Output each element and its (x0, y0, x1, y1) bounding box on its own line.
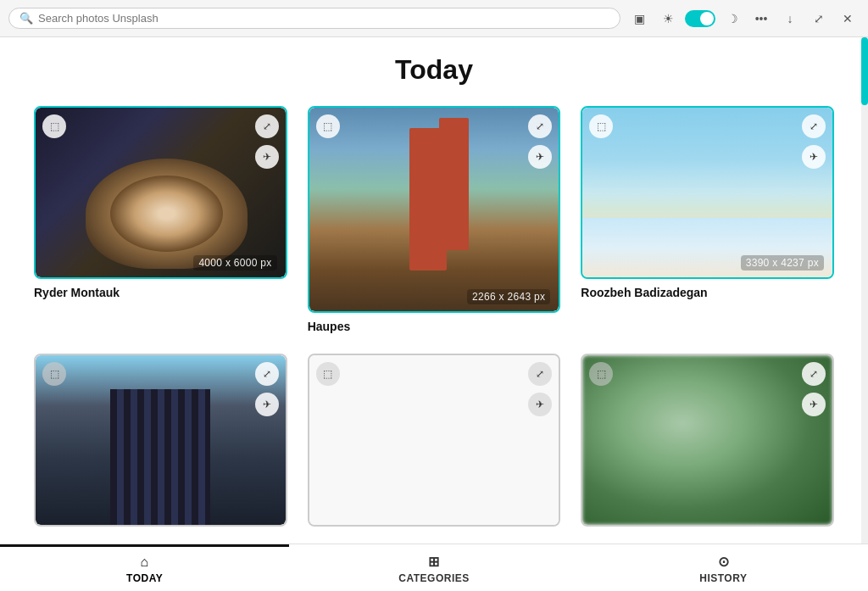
photo-card-bridge[interactable]: ⬚ ⤢ ✈ 2266 x 2643 px Haupes (308, 106, 561, 333)
moon-button[interactable]: ☽ (721, 7, 744, 31)
copy-button-dog[interactable]: ⬚ (42, 114, 66, 138)
share-icon: ✈ (810, 399, 818, 410)
copy-button-bridge[interactable]: ⬚ (316, 114, 340, 138)
nav-item-today[interactable]: ⌂ TODAY (0, 544, 289, 591)
open-icon: ⤢ (536, 368, 544, 380)
photo-wrapper-blurry: ⬚ ⤢ ✈ (581, 354, 834, 527)
more-icon: ••• (755, 12, 768, 25)
search-icon: 🔍 (19, 12, 33, 25)
nav-item-history[interactable]: ⊙ HISTORY (579, 544, 868, 591)
share-icon: ✈ (810, 151, 818, 163)
photo-wrapper-dog: ⬚ ⤢ ✈ 4000 x 6000 px (34, 106, 287, 279)
page-title: Today (34, 54, 834, 86)
photo-image-bridge (309, 108, 559, 311)
copy-button-empty[interactable]: ⬚ (316, 362, 340, 386)
expand-icon: ⤢ (814, 12, 824, 25)
nav-label-today: TODAY (126, 572, 163, 584)
download-icon: ↓ (787, 12, 793, 25)
photo-card-blurry[interactable]: ⬚ ⤢ ✈ (581, 354, 834, 527)
nav-item-categories[interactable]: ⊞ CATEGORIES (289, 544, 578, 591)
dark-mode-toggle[interactable] (685, 10, 715, 27)
open-button-building[interactable]: ⤢ (255, 362, 279, 386)
share-icon: ✈ (263, 399, 271, 410)
search-input[interactable] (38, 12, 609, 25)
search-box[interactable]: 🔍 (8, 8, 620, 29)
open-icon: ⤢ (810, 120, 818, 132)
open-button-beach[interactable]: ⤢ (802, 114, 826, 138)
home-icon: ⌂ (141, 555, 149, 570)
open-icon: ⤢ (263, 120, 271, 132)
open-button-dog[interactable]: ⤢ (255, 114, 279, 138)
photo-wrapper-bridge: ⬚ ⤢ ✈ 2266 x 2643 px (308, 106, 561, 313)
copy-icon: ⬚ (323, 368, 332, 380)
open-icon: ⤢ (263, 368, 271, 380)
open-icon: ⤢ (810, 368, 818, 380)
close-button[interactable]: ✕ (836, 7, 860, 31)
scrollbar-thumb[interactable] (861, 37, 868, 105)
photo-dimensions-dog: 4000 x 6000 px (193, 255, 276, 270)
open-button-blurry[interactable]: ⤢ (802, 362, 826, 386)
share-button-building[interactable]: ✈ (255, 393, 279, 416)
photo-author-dog: Ryder Montauk (34, 286, 287, 299)
sidebar-icon: ▣ (634, 12, 645, 25)
open-icon: ⤢ (536, 120, 544, 132)
share-icon: ✈ (263, 151, 271, 163)
photo-card-empty[interactable]: ⬚ ⤢ ✈ (308, 354, 561, 527)
copy-icon: ⬚ (597, 120, 606, 132)
copy-button-building[interactable]: ⬚ (42, 362, 66, 386)
moon-icon: ☽ (727, 12, 738, 25)
sun-button[interactable]: ☀ (656, 7, 680, 31)
sidebar-toggle-button[interactable]: ▣ (627, 7, 651, 31)
photo-image-blurry (582, 355, 832, 525)
copy-icon: ⬚ (323, 120, 332, 132)
photo-author-beach: Roozbeh Badizadegan (581, 286, 834, 299)
nav-label-history: HISTORY (699, 572, 747, 584)
top-bar: 🔍 ▣ ☀ ☽ ••• ↓ ⤢ ✕ (0, 0, 868, 37)
share-icon: ✈ (536, 399, 544, 410)
photo-card-dog[interactable]: ⬚ ⤢ ✈ 4000 x 6000 px Ryder Montauk (34, 106, 287, 333)
photo-wrapper-empty: ⬚ ⤢ ✈ (308, 354, 561, 527)
copy-icon: ⬚ (50, 368, 59, 380)
expand-button[interactable]: ⤢ (807, 7, 831, 31)
photo-image-empty (309, 355, 559, 525)
photo-author-bridge: Haupes (308, 320, 561, 333)
scrollbar[interactable] (861, 37, 868, 544)
photo-dimensions-beach: 3390 x 4237 px (741, 255, 824, 270)
photo-image-beach (582, 108, 832, 277)
sun-icon: ☀ (663, 12, 674, 25)
download-button[interactable]: ↓ (778, 7, 802, 31)
close-icon: ✕ (843, 12, 853, 25)
copy-icon: ⬚ (597, 368, 606, 380)
share-icon: ✈ (536, 151, 544, 163)
photo-wrapper-building: ⬚ ⤢ ✈ (34, 354, 287, 527)
photo-wrapper-beach: ⬚ ⤢ ✈ 3390 x 4237 px (581, 106, 834, 279)
clock-icon: ⊙ (718, 554, 730, 570)
photo-dimensions-bridge: 2266 x 2643 px (467, 289, 550, 304)
photo-grid: ⬚ ⤢ ✈ 4000 x 6000 px Ryder Montauk ⬚ (34, 106, 834, 527)
toolbar-actions: ▣ ☀ ☽ ••• ↓ ⤢ ✕ (627, 7, 860, 31)
share-button-dog[interactable]: ✈ (255, 145, 279, 169)
nav-label-categories: CATEGORIES (398, 572, 469, 584)
copy-icon: ⬚ (50, 120, 59, 132)
bottom-nav: ⌂ TODAY ⊞ CATEGORIES ⊙ HISTORY (0, 544, 868, 591)
photo-card-beach[interactable]: ⬚ ⤢ ✈ 3390 x 4237 px Roozbeh Badizadegan (581, 106, 834, 333)
photo-image-building (36, 355, 286, 525)
main-content: Today ⬚ ⤢ ✈ 4000 x 6000 px Ryder Montauk (0, 37, 868, 544)
photo-image-dog (36, 108, 286, 277)
share-button-beach[interactable]: ✈ (802, 145, 826, 169)
share-button-blurry[interactable]: ✈ (802, 393, 826, 416)
more-button[interactable]: ••• (749, 7, 773, 31)
grid-icon: ⊞ (428, 554, 440, 570)
photo-card-building[interactable]: ⬚ ⤢ ✈ (34, 354, 287, 527)
